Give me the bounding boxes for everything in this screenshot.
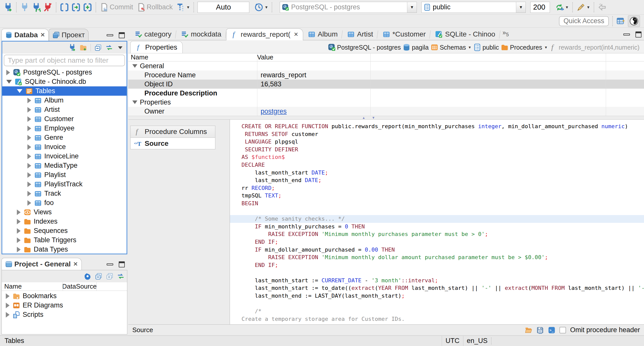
schema-select[interactable]: public ▼: [421, 2, 526, 13]
tree-item-playlist[interactable]: Playlist: [2, 170, 127, 180]
property-value[interactable]: postgres: [257, 108, 287, 115]
collapsed-arrow-icon[interactable]: [27, 144, 31, 150]
source-code-viewer[interactable]: CREATE OR REPLACE FUNCTION public.reward…: [230, 120, 644, 324]
collapsed-arrow-icon[interactable]: [17, 228, 21, 234]
editor-tab-category[interactable]: category: [130, 28, 176, 40]
timezone-label[interactable]: UTC: [446, 337, 460, 345]
close-icon[interactable]: ✕: [73, 261, 78, 267]
code-line[interactable]: SECURITY DEFINER: [230, 146, 644, 154]
connect-icon[interactable]: [20, 3, 29, 12]
column-name[interactable]: Name: [128, 53, 257, 61]
code-line[interactable]: [230, 207, 644, 215]
tree-item-invoiceline[interactable]: InvoiceLine: [2, 152, 127, 161]
tree-item-postgresql-postgres[interactable]: PostgreSQL - postgres: [2, 68, 127, 77]
code-line[interactable]: AS $function$: [230, 153, 644, 161]
chevron-down-icon[interactable]: ▼: [544, 45, 548, 49]
project-item-scripts[interactable]: Scripts: [2, 310, 127, 319]
tree-item-table-triggers[interactable]: Table Triggers: [2, 235, 127, 245]
rollback-icon[interactable]: [137, 3, 146, 12]
collapsed-arrow-icon[interactable]: [17, 210, 21, 215]
property-row-properties[interactable]: Properties: [128, 98, 644, 107]
code-line[interactable]: RETURNS SETOF customer: [230, 130, 644, 138]
minimize-icon[interactable]: [107, 263, 113, 265]
tree-item-mediatype[interactable]: MediaType: [2, 161, 127, 170]
expanded-arrow-icon[interactable]: [132, 64, 137, 68]
tab-overflow-indicator[interactable]: »5: [500, 29, 511, 39]
code-line[interactable]: Create a temporary storage area for Cust…: [230, 315, 644, 323]
collapse-all-icon[interactable]: [95, 272, 102, 280]
code-line[interactable]: RAISE EXCEPTION 'Minimum monthly purchas…: [230, 230, 644, 238]
code-line[interactable]: END IF;: [230, 238, 644, 246]
collapsed-arrow-icon[interactable]: [27, 200, 31, 206]
commit-button[interactable]: Commit: [110, 3, 133, 11]
code-line[interactable]: [230, 300, 644, 308]
open-perspective-icon[interactable]: [616, 17, 625, 26]
chevron-down-icon[interactable]: ▼: [264, 5, 268, 9]
schema-dropdown-button[interactable]: ▼: [516, 2, 526, 13]
sql-editor-icon[interactable]: [60, 3, 69, 12]
expanded-arrow-icon[interactable]: [6, 80, 12, 84]
code-line[interactable]: /* Some sanity checks... */: [230, 215, 644, 223]
disconnect-icon[interactable]: [43, 3, 52, 12]
new-connection-icon[interactable]: [68, 44, 76, 51]
editor-tab-sqlite-chinoo[interactable]: SQLite - Chinoo: [430, 28, 500, 40]
transaction-mode-icon[interactable]: [176, 3, 185, 12]
code-line[interactable]: IF min_dollar_amount_purchased = 0.00 TH…: [230, 246, 644, 254]
editor-tab-album[interactable]: Album: [303, 28, 342, 40]
code-line[interactable]: rr RECORD;: [230, 184, 644, 192]
chevron-down-icon[interactable]: ▼: [468, 45, 471, 49]
tree-item-artist[interactable]: Artist: [2, 105, 127, 114]
dbeaver-perspective-button[interactable]: [628, 15, 640, 27]
link-with-editor-icon[interactable]: [105, 44, 113, 51]
collapsed-arrow-icon[interactable]: [17, 247, 21, 252]
chevron-down-icon[interactable]: ▼: [586, 5, 590, 9]
open-sql-script-icon[interactable]: [71, 3, 80, 12]
code-line[interactable]: [230, 269, 644, 277]
fetch-size-input[interactable]: [530, 2, 550, 13]
subtab-procedure-columns[interactable]: fProcedure Columns: [130, 126, 215, 137]
tree-item-foo[interactable]: foo: [2, 198, 127, 207]
collapsed-arrow-icon[interactable]: [6, 312, 10, 318]
tree-item-genre[interactable]: Genre: [2, 133, 127, 142]
breadcrumb-public[interactable]: public: [473, 44, 499, 51]
editor-tab-rewards-report-[interactable]: frewards_report(✕: [226, 28, 303, 40]
load-from-file-icon[interactable]: [525, 326, 532, 334]
collapsed-arrow-icon[interactable]: [27, 135, 31, 141]
minimize-icon[interactable]: [107, 34, 113, 36]
panel-splitter[interactable]: ▲ ▼: [128, 116, 644, 120]
collapsed-arrow-icon[interactable]: [27, 126, 31, 131]
rollback-button[interactable]: Rollback: [147, 3, 173, 11]
property-row-general[interactable]: General: [128, 61, 644, 71]
collapsed-arrow-icon[interactable]: [27, 182, 31, 187]
save-to-file-icon[interactable]: [536, 326, 544, 334]
property-row-procedure-description[interactable]: Procedure Description: [128, 89, 644, 98]
code-line[interactable]: tmpSQL TEXT;: [230, 192, 644, 200]
chevron-down-icon[interactable]: ▼: [565, 5, 569, 9]
generate-sql-icon[interactable]: [576, 3, 585, 12]
commit-icon[interactable]: [100, 3, 109, 12]
tab-projects[interactable]: Проект: [49, 29, 89, 41]
property-row-owner[interactable]: Ownerpostgres: [128, 107, 644, 116]
collapsed-arrow-icon[interactable]: [6, 70, 10, 75]
collapsed-arrow-icon[interactable]: [27, 163, 31, 168]
quick-access-input[interactable]: [559, 16, 609, 26]
new-folder-icon[interactable]: [79, 44, 87, 51]
project-item-bookmarks[interactable]: Bookmarks: [2, 291, 127, 301]
property-row-procedure-name[interactable]: Procedure Namerewards_report: [128, 71, 644, 80]
omit-procedure-header-checkbox[interactable]: [559, 327, 566, 333]
collapsed-arrow-icon[interactable]: [27, 98, 31, 103]
transaction-log-icon[interactable]: [254, 3, 263, 12]
breadcrumb-pagila[interactable]: pagila: [403, 44, 429, 51]
tree-item-sqlite-chinook-db[interactable]: SQLite - Chinook.db: [2, 77, 127, 86]
tree-item-indexes[interactable]: Indexes: [2, 217, 127, 226]
tree-item-sequences[interactable]: Sequences: [2, 226, 127, 235]
persist-console-icon[interactable]: >_: [548, 326, 555, 334]
connection-dropdown-button[interactable]: ▼: [407, 2, 417, 13]
collapsed-arrow-icon[interactable]: [6, 303, 10, 308]
chevron-down-icon[interactable]: ▼: [186, 5, 190, 9]
code-line[interactable]: END IF;: [230, 261, 644, 269]
splitter-down-icon[interactable]: ▼: [372, 116, 375, 120]
expand-all-icon[interactable]: [106, 272, 113, 280]
column-value[interactable]: Value: [257, 53, 273, 61]
tree-item-employee[interactable]: Employee: [2, 124, 127, 133]
